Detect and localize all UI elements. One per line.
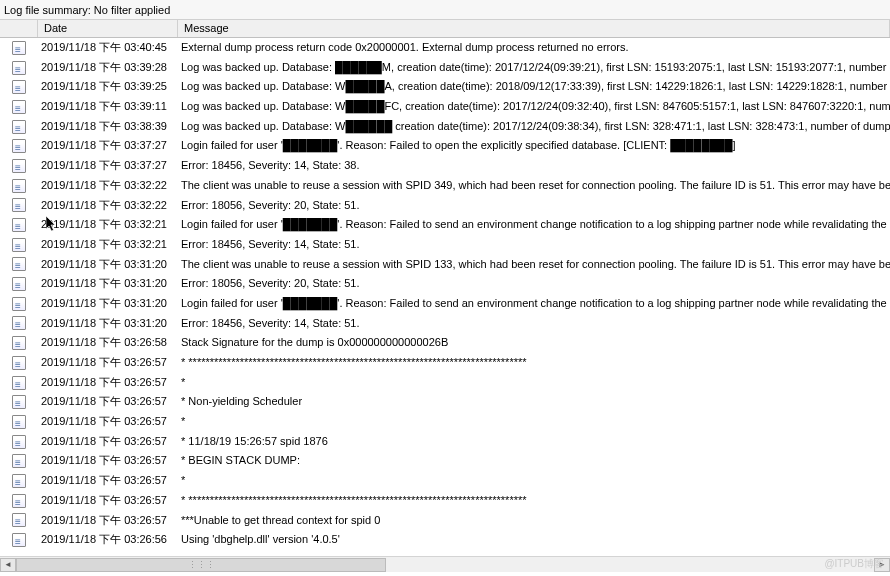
log-row[interactable]: 2019/11/18 下午 03:26:56Using 'dbghelp.dll… (0, 530, 890, 550)
info-log-icon (12, 80, 26, 94)
log-date-cell: 2019/11/18 下午 03:26:57 (38, 491, 178, 511)
log-date-cell: 2019/11/18 下午 03:32:22 (38, 196, 178, 216)
log-row[interactable]: 2019/11/18 下午 03:37:27Login failed for u… (0, 136, 890, 156)
log-message-cell: * Non-yielding Scheduler (178, 392, 890, 412)
log-date-cell: 2019/11/18 下午 03:26:57 (38, 432, 178, 452)
log-date-cell: 2019/11/18 下午 03:32:21 (38, 235, 178, 255)
log-row[interactable]: 2019/11/18 下午 03:38:39Log was backed up.… (0, 117, 890, 137)
log-row[interactable]: 2019/11/18 下午 03:37:27Error: 18456, Seve… (0, 156, 890, 176)
log-message-cell: Error: 18056, Severity: 20, State: 51. (178, 274, 890, 294)
column-header-message[interactable]: Message (178, 20, 890, 37)
log-row[interactable]: 2019/11/18 下午 03:32:22Error: 18056, Seve… (0, 196, 890, 216)
log-message-cell: Login failed for user '███████'. Reason:… (178, 215, 890, 235)
info-log-icon (12, 435, 26, 449)
log-entry-icon (0, 77, 38, 97)
log-date-cell: 2019/11/18 下午 03:40:45 (38, 38, 178, 58)
info-log-icon (12, 139, 26, 153)
log-row[interactable]: 2019/11/18 下午 03:26:57* ****************… (0, 353, 890, 373)
horizontal-scrollbar[interactable]: ◄ ⋮⋮⋮ ► (0, 556, 890, 572)
scroll-track[interactable]: ⋮⋮⋮ (16, 558, 874, 572)
log-entry-icon (0, 511, 38, 531)
log-row[interactable]: 2019/11/18 下午 03:32:21Error: 18456, Seve… (0, 235, 890, 255)
log-entry-icon (0, 294, 38, 314)
scroll-left-button[interactable]: ◄ (0, 558, 16, 572)
log-entry-icon (0, 471, 38, 491)
log-message-cell: * 11/18/19 15:26:57 spid 1876 (178, 432, 890, 452)
log-entry-icon (0, 58, 38, 78)
log-summary-text: Log file summary: No filter applied (4, 4, 170, 16)
log-date-cell: 2019/11/18 下午 03:26:57 (38, 392, 178, 412)
info-log-icon (12, 376, 26, 390)
log-message-cell: Error: 18456, Severity: 14, State: 38. (178, 156, 890, 176)
log-message-cell: Log was backed up. Database: W█████A, cr… (178, 77, 890, 97)
log-row[interactable]: 2019/11/18 下午 03:31:20Error: 18056, Seve… (0, 274, 890, 294)
log-date-cell: 2019/11/18 下午 03:31:20 (38, 274, 178, 294)
log-row[interactable]: 2019/11/18 下午 03:26:57* ****************… (0, 491, 890, 511)
log-date-cell: 2019/11/18 下午 03:37:27 (38, 156, 178, 176)
log-date-cell: 2019/11/18 下午 03:31:20 (38, 314, 178, 334)
info-log-icon (12, 159, 26, 173)
log-entry-icon (0, 530, 38, 550)
info-log-icon (12, 120, 26, 134)
log-row[interactable]: 2019/11/18 下午 03:26:57* (0, 471, 890, 491)
log-row[interactable]: 2019/11/18 下午 03:31:20Error: 18456, Seve… (0, 314, 890, 334)
log-date-cell: 2019/11/18 下午 03:26:56 (38, 530, 178, 550)
column-header-date[interactable]: Date (38, 20, 178, 37)
info-log-icon (12, 336, 26, 350)
log-row[interactable]: 2019/11/18 下午 03:31:20Login failed for u… (0, 294, 890, 314)
log-row[interactable]: 2019/11/18 下午 03:39:11Log was backed up.… (0, 97, 890, 117)
log-date-cell: 2019/11/18 下午 03:26:57 (38, 373, 178, 393)
scroll-thumb[interactable]: ⋮⋮⋮ (16, 558, 386, 572)
log-date-cell: 2019/11/18 下午 03:26:57 (38, 471, 178, 491)
info-log-icon (12, 238, 26, 252)
log-message-cell: Login failed for user '███████'. Reason:… (178, 294, 890, 314)
log-row[interactable]: 2019/11/18 下午 03:40:45External dump proc… (0, 38, 890, 58)
log-date-cell: 2019/11/18 下午 03:26:57 (38, 412, 178, 432)
log-row[interactable]: 2019/11/18 下午 03:32:22The client was una… (0, 176, 890, 196)
log-entry-icon (0, 392, 38, 412)
log-date-cell: 2019/11/18 下午 03:32:22 (38, 176, 178, 196)
log-grid-body[interactable]: 2019/11/18 下午 03:40:45External dump proc… (0, 38, 890, 550)
info-log-icon (12, 100, 26, 114)
info-log-icon (12, 494, 26, 508)
log-row[interactable]: 2019/11/18 下午 03:39:28Log was backed up.… (0, 58, 890, 78)
log-entry-icon (0, 274, 38, 294)
log-message-cell: Error: 18056, Severity: 20, State: 51. (178, 196, 890, 216)
column-header-icon[interactable] (0, 20, 38, 37)
log-date-cell: 2019/11/18 下午 03:26:57 (38, 451, 178, 471)
log-message-cell: * BEGIN STACK DUMP: (178, 451, 890, 471)
log-entry-icon (0, 314, 38, 334)
log-row[interactable]: 2019/11/18 下午 03:32:21Login failed for u… (0, 215, 890, 235)
log-entry-icon (0, 412, 38, 432)
log-entry-icon (0, 333, 38, 353)
log-entry-icon (0, 196, 38, 216)
log-date-cell: 2019/11/18 下午 03:32:21 (38, 215, 178, 235)
log-row[interactable]: 2019/11/18 下午 03:26:57* (0, 412, 890, 432)
log-entry-icon (0, 255, 38, 275)
log-row[interactable]: 2019/11/18 下午 03:26:57* Non-yielding Sch… (0, 392, 890, 412)
log-date-cell: 2019/11/18 下午 03:39:11 (38, 97, 178, 117)
log-message-cell: Log was backed up. Database: W█████FC, c… (178, 97, 890, 117)
log-date-cell: 2019/11/18 下午 03:39:25 (38, 77, 178, 97)
log-date-cell: 2019/11/18 下午 03:37:27 (38, 136, 178, 156)
log-row[interactable]: 2019/11/18 下午 03:26:57* 11/18/19 15:26:5… (0, 432, 890, 452)
log-entry-icon (0, 451, 38, 471)
log-row[interactable]: 2019/11/18 下午 03:26:57* BEGIN STACK DUMP… (0, 451, 890, 471)
info-log-icon (12, 179, 26, 193)
log-entry-icon (0, 373, 38, 393)
log-row[interactable]: 2019/11/18 下午 03:26:57* (0, 373, 890, 393)
log-row[interactable]: 2019/11/18 下午 03:31:20The client was una… (0, 255, 890, 275)
log-row[interactable]: 2019/11/18 下午 03:39:25Log was backed up.… (0, 77, 890, 97)
log-date-cell: 2019/11/18 下午 03:39:28 (38, 58, 178, 78)
log-entry-icon (0, 491, 38, 511)
log-entry-icon (0, 38, 38, 58)
log-summary-bar: Log file summary: No filter applied (0, 0, 890, 20)
info-log-icon (12, 316, 26, 330)
column-header-row: Date Message (0, 20, 890, 38)
info-log-icon (12, 218, 26, 232)
log-row[interactable]: 2019/11/18 下午 03:26:58Stack Signature fo… (0, 333, 890, 353)
log-row[interactable]: 2019/11/18 下午 03:26:57***Unable to get t… (0, 511, 890, 531)
log-entry-icon (0, 136, 38, 156)
log-message-cell: * (178, 373, 890, 393)
info-log-icon (12, 277, 26, 291)
